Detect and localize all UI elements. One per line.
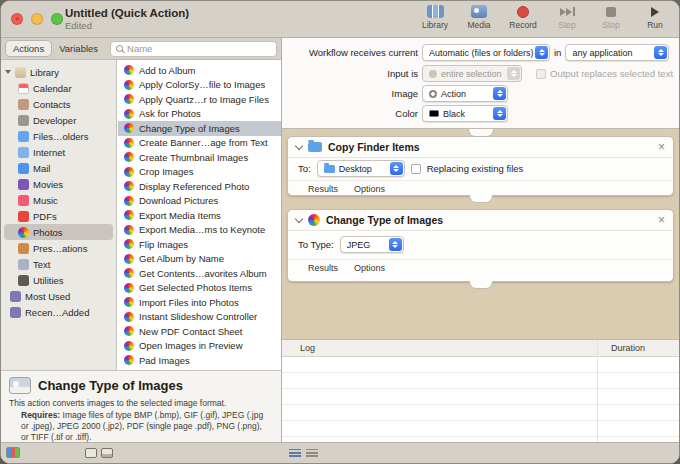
close-icon[interactable]: × [658, 141, 665, 153]
close-window-button[interactable]: × [11, 13, 23, 25]
options-button[interactable]: Options [354, 263, 385, 273]
sidebar-item-calendar[interactable]: Calendar [1, 80, 116, 96]
results-button[interactable]: Results [308, 263, 338, 273]
action-item[interactable]: Crop Images [118, 165, 281, 180]
media-toolbar-button[interactable]: Media [461, 4, 497, 30]
library-toolbar-button[interactable]: Library [417, 4, 453, 30]
action-item[interactable]: Export Media Items [118, 208, 281, 223]
search-input[interactable] [127, 43, 271, 54]
workflow-connector [469, 195, 493, 203]
sidebar-item-contacts[interactable]: Contacts [1, 96, 116, 112]
action-item[interactable]: Ask for Photos [118, 107, 281, 122]
sidebar-item-photos[interactable]: Photos [4, 224, 113, 240]
photos-action-icon [124, 138, 134, 148]
duration-column-header: Duration [597, 343, 645, 353]
action-item[interactable]: Create Banner…age from Text [118, 136, 281, 151]
photos-action-icon [124, 123, 134, 133]
action-item[interactable]: Display Referenced Photo [118, 179, 281, 194]
input-is-popup[interactable]: entire selection [422, 65, 522, 82]
stop-toolbar-button[interactable]: Stop [593, 4, 629, 30]
action-item-label: Change Type of Images [139, 123, 240, 134]
sidebar-item-label: Movies [33, 179, 63, 190]
log-detail-view-icon[interactable] [306, 449, 318, 458]
to-type-popup[interactable]: JPEG [340, 236, 404, 253]
search-field[interactable] [110, 41, 277, 57]
description-panel-toggle-icon[interactable] [101, 448, 113, 458]
action-item-change-type-of-images[interactable]: Change Type of Images [118, 121, 281, 136]
popup-value: Black [443, 109, 465, 119]
color-popup[interactable]: Black [422, 105, 508, 122]
log-list-view-icon[interactable] [289, 449, 301, 458]
run-toolbar-button[interactable]: Run [637, 4, 673, 30]
action-item[interactable]: New PDF Contact Sheet [118, 324, 281, 339]
action-item-label: Import Files into Photos [139, 297, 239, 308]
disclosure-triangle-icon[interactable] [5, 70, 11, 74]
in-application-popup[interactable]: any application [565, 44, 669, 61]
results-button[interactable]: Results [308, 184, 338, 194]
photos-action-icon [124, 210, 134, 220]
action-item[interactable]: Export Media…ms to Keynote [118, 223, 281, 238]
sidebar-item-developer[interactable]: Developer [1, 112, 116, 128]
action-item[interactable]: Open Images in Preview [118, 339, 281, 354]
automator-window: × Untitled (Quick Action) Edited Library… [0, 0, 680, 464]
action-item[interactable]: Apply ColorSy…file to Images [118, 78, 281, 93]
action-item[interactable]: Apply Quartz…r to Image Files [118, 92, 281, 107]
action-item[interactable]: Instant Slideshow Controller [118, 310, 281, 325]
action-item[interactable]: Add to Album [118, 63, 281, 78]
close-icon[interactable]: × [658, 214, 665, 226]
sidebar-item-pdfs[interactable]: PDFs [1, 208, 116, 224]
replacing-existing-files-checkbox[interactable] [411, 164, 421, 174]
photos-action-icon [124, 326, 134, 336]
sidebar-item-presentations[interactable]: Pres…ations [1, 240, 116, 256]
chevron-down-icon[interactable] [295, 141, 303, 149]
smart-folder-icon [10, 291, 21, 302]
action-item[interactable]: Pad Images [118, 353, 281, 368]
photos-action-icon [124, 80, 134, 90]
library-icon [427, 5, 444, 18]
action-item[interactable]: Get Album by Name [118, 252, 281, 267]
photos-action-icon [124, 109, 134, 119]
image-popup[interactable]: Action [422, 85, 508, 102]
action-item[interactable]: Create Thumbnail Images [118, 150, 281, 165]
sidebar-item-library[interactable]: Library [1, 64, 116, 80]
sidebar-item-files-folders[interactable]: Files…olders [1, 128, 116, 144]
sidebar-item-movies[interactable]: Movies [1, 176, 116, 192]
action-item[interactable]: Get Selected Photos Items [118, 281, 281, 296]
action-item-label: Add to Album [139, 65, 196, 76]
sidebar-item-internet[interactable]: Internet [1, 144, 116, 160]
step-header: Change Type of Images × [288, 210, 673, 231]
options-button[interactable]: Options [354, 184, 385, 194]
chevron-down-icon[interactable] [295, 214, 303, 222]
window-title: Untitled (Quick Action) [65, 7, 189, 19]
sidebar-item-recently-added[interactable]: Recen…Added [1, 304, 116, 320]
minimize-window-button[interactable] [31, 13, 43, 25]
sidebar-item-label: Pres…ations [33, 243, 87, 254]
sidebar-item-utilities[interactable]: Utilities [1, 272, 116, 288]
window-title-block: Untitled (Quick Action) Edited [65, 7, 189, 31]
media-browser-icon[interactable] [6, 447, 20, 458]
action-item[interactable]: Download Pictures [118, 194, 281, 209]
toolbar-label: Library [422, 20, 448, 30]
action-item[interactable]: Flip Images [118, 237, 281, 252]
action-item[interactable]: Get Contents…avorites Album [118, 266, 281, 281]
zoom-window-button[interactable] [51, 13, 63, 25]
photos-action-icon [124, 65, 134, 75]
step-title: Copy Finder Items [328, 141, 420, 153]
finder-folder-icon [308, 142, 322, 152]
sidebar-item-music[interactable]: Music [1, 192, 116, 208]
workflow-receives-popup[interactable]: Automatic (files or folders) [422, 44, 550, 61]
step-toolbar-button[interactable]: Step [549, 4, 585, 30]
movies-icon [18, 179, 29, 190]
tab-variables[interactable]: Variables [52, 41, 105, 56]
workflow-connector [468, 129, 494, 137]
output-replaces-checkbox[interactable] [536, 69, 546, 79]
sidebar-item-most-used[interactable]: Most Used [1, 288, 116, 304]
panel-toggle-icon[interactable] [85, 448, 97, 458]
to-destination-popup[interactable]: Desktop [317, 160, 405, 177]
tab-actions[interactable]: Actions [5, 40, 52, 57]
sidebar-item-text[interactable]: Text [1, 256, 116, 272]
sidebar-item-label: Files…olders [33, 131, 88, 142]
record-toolbar-button[interactable]: Record [505, 4, 541, 30]
sidebar-item-mail[interactable]: Mail [1, 160, 116, 176]
action-item[interactable]: Import Files into Photos [118, 295, 281, 310]
